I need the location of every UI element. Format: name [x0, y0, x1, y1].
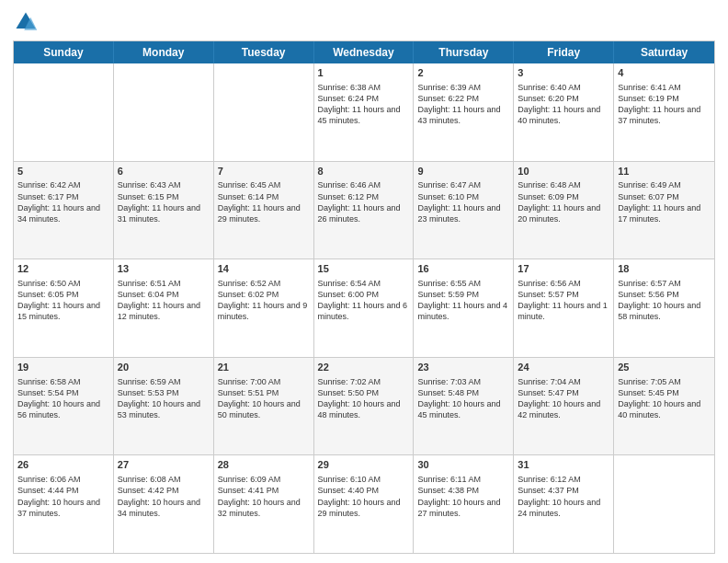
day-number: 5: [17, 165, 109, 178]
calendar-cell: 3Sunrise: 6:40 AM Sunset: 6:20 PM Daylig…: [514, 63, 614, 161]
day-number: 15: [318, 262, 410, 276]
calendar-cell: 8Sunrise: 6:46 AM Sunset: 6:12 PM Daylig…: [314, 162, 415, 259]
day-number: 25: [618, 361, 711, 374]
day-number: 26: [17, 458, 109, 472]
calendar-cell: 27Sunrise: 6:08 AM Sunset: 4:42 PM Dayli…: [114, 455, 214, 553]
calendar-cell: 16Sunrise: 6:55 AM Sunset: 5:59 PM Dayli…: [414, 259, 514, 357]
calendar-cell: 14Sunrise: 6:52 AM Sunset: 6:02 PM Dayli…: [214, 259, 314, 357]
day-info: Sunrise: 6:50 AM Sunset: 6:05 PM Dayligh…: [17, 278, 109, 323]
day-info: Sunrise: 6:43 AM Sunset: 6:15 PM Dayligh…: [118, 179, 210, 224]
day-info: Sunrise: 6:12 AM Sunset: 4:37 PM Dayligh…: [518, 474, 609, 519]
day-number: 16: [417, 262, 509, 276]
day-info: Sunrise: 6:49 AM Sunset: 6:07 PM Dayligh…: [618, 179, 711, 224]
calendar-cell: 7Sunrise: 6:45 AM Sunset: 6:14 PM Daylig…: [214, 162, 314, 259]
calendar-cell: 26Sunrise: 6:06 AM Sunset: 4:44 PM Dayli…: [14, 455, 114, 553]
calendar-cell: 5Sunrise: 6:42 AM Sunset: 6:17 PM Daylig…: [14, 162, 114, 259]
header-day-monday: Monday: [114, 41, 214, 63]
calendar-cell: 30Sunrise: 6:11 AM Sunset: 4:38 PM Dayli…: [414, 455, 514, 553]
calendar-cell: 13Sunrise: 6:51 AM Sunset: 6:04 PM Dayli…: [114, 259, 214, 357]
calendar-row: 1Sunrise: 6:38 AM Sunset: 6:24 PM Daylig…: [14, 63, 714, 161]
day-info: Sunrise: 6:40 AM Sunset: 6:20 PM Dayligh…: [518, 82, 609, 127]
day-info: Sunrise: 6:38 AM Sunset: 6:24 PM Dayligh…: [318, 82, 410, 127]
day-info: Sunrise: 6:47 AM Sunset: 6:10 PM Dayligh…: [417, 179, 509, 224]
day-number: 13: [118, 262, 210, 276]
header-day-thursday: Thursday: [414, 41, 514, 63]
day-number: 14: [218, 262, 310, 276]
day-info: Sunrise: 7:02 AM Sunset: 5:50 PM Dayligh…: [318, 376, 410, 421]
header-day-friday: Friday: [514, 41, 614, 63]
day-number: 1: [318, 66, 410, 80]
day-number: 24: [518, 361, 609, 374]
calendar-cell: 24Sunrise: 7:04 AM Sunset: 5:47 PM Dayli…: [514, 358, 614, 455]
day-number: 22: [318, 361, 410, 374]
page: SundayMondayTuesdayWednesdayThursdayFrid…: [0, 0, 728, 563]
calendar-cell: 15Sunrise: 6:54 AM Sunset: 6:00 PM Dayli…: [314, 259, 415, 357]
calendar-cell: 11Sunrise: 6:49 AM Sunset: 6:07 PM Dayli…: [614, 162, 714, 259]
day-number: 4: [618, 66, 711, 80]
day-number: 3: [518, 66, 609, 80]
day-number: 27: [118, 458, 210, 472]
day-info: Sunrise: 6:58 AM Sunset: 5:54 PM Dayligh…: [17, 376, 109, 421]
day-info: Sunrise: 7:05 AM Sunset: 5:45 PM Dayligh…: [618, 376, 711, 421]
calendar-cell: 2Sunrise: 6:39 AM Sunset: 6:22 PM Daylig…: [414, 63, 514, 161]
day-info: Sunrise: 6:55 AM Sunset: 5:59 PM Dayligh…: [417, 278, 509, 323]
calendar-body: 1Sunrise: 6:38 AM Sunset: 6:24 PM Daylig…: [14, 63, 714, 553]
day-info: Sunrise: 6:56 AM Sunset: 5:57 PM Dayligh…: [518, 278, 609, 323]
day-info: Sunrise: 6:41 AM Sunset: 6:19 PM Dayligh…: [618, 82, 711, 127]
header: [13, 9, 715, 35]
day-number: 7: [218, 165, 310, 178]
calendar-cell: [114, 63, 214, 161]
day-info: Sunrise: 6:51 AM Sunset: 6:04 PM Dayligh…: [118, 278, 210, 323]
calendar-cell: 9Sunrise: 6:47 AM Sunset: 6:10 PM Daylig…: [414, 162, 514, 259]
calendar-cell: 12Sunrise: 6:50 AM Sunset: 6:05 PM Dayli…: [14, 259, 114, 357]
day-info: Sunrise: 6:46 AM Sunset: 6:12 PM Dayligh…: [318, 179, 410, 224]
day-number: 12: [17, 262, 109, 276]
day-number: 11: [618, 165, 711, 178]
day-info: Sunrise: 7:04 AM Sunset: 5:47 PM Dayligh…: [518, 376, 609, 421]
day-info: Sunrise: 6:39 AM Sunset: 6:22 PM Dayligh…: [417, 82, 509, 127]
day-info: Sunrise: 6:09 AM Sunset: 4:41 PM Dayligh…: [218, 474, 310, 519]
calendar-cell: 1Sunrise: 6:38 AM Sunset: 6:24 PM Daylig…: [314, 63, 415, 161]
calendar-row: 19Sunrise: 6:58 AM Sunset: 5:54 PM Dayli…: [14, 357, 714, 455]
calendar-cell: 19Sunrise: 6:58 AM Sunset: 5:54 PM Dayli…: [14, 358, 114, 455]
header-day-sunday: Sunday: [14, 41, 114, 63]
calendar-cell: 18Sunrise: 6:57 AM Sunset: 5:56 PM Dayli…: [614, 259, 714, 357]
day-number: 30: [417, 458, 509, 472]
day-info: Sunrise: 6:42 AM Sunset: 6:17 PM Dayligh…: [17, 179, 109, 224]
calendar-cell: 29Sunrise: 6:10 AM Sunset: 4:40 PM Dayli…: [314, 455, 415, 553]
calendar-row: 26Sunrise: 6:06 AM Sunset: 4:44 PM Dayli…: [14, 454, 714, 553]
calendar-cell: [214, 63, 314, 161]
day-info: Sunrise: 6:57 AM Sunset: 5:56 PM Dayligh…: [618, 278, 711, 323]
header-day-saturday: Saturday: [614, 41, 714, 63]
day-number: 8: [318, 165, 410, 178]
day-info: Sunrise: 6:45 AM Sunset: 6:14 PM Dayligh…: [218, 179, 310, 224]
day-info: Sunrise: 6:10 AM Sunset: 4:40 PM Dayligh…: [318, 474, 410, 519]
header-day-tuesday: Tuesday: [214, 41, 314, 63]
calendar-cell: 28Sunrise: 6:09 AM Sunset: 4:41 PM Dayli…: [214, 455, 314, 553]
calendar-row: 12Sunrise: 6:50 AM Sunset: 6:05 PM Dayli…: [14, 259, 714, 357]
calendar-cell: 20Sunrise: 6:59 AM Sunset: 5:53 PM Dayli…: [114, 358, 214, 455]
day-info: Sunrise: 6:54 AM Sunset: 6:00 PM Dayligh…: [318, 278, 410, 323]
day-number: 9: [417, 165, 509, 178]
day-info: Sunrise: 6:08 AM Sunset: 4:42 PM Dayligh…: [118, 474, 210, 519]
day-number: 10: [518, 165, 609, 178]
day-number: 19: [17, 361, 109, 374]
logo-icon: [13, 9, 39, 35]
day-number: 29: [318, 458, 410, 472]
calendar-cell: 4Sunrise: 6:41 AM Sunset: 6:19 PM Daylig…: [614, 63, 714, 161]
day-info: Sunrise: 7:03 AM Sunset: 5:48 PM Dayligh…: [417, 376, 509, 421]
calendar-cell: 22Sunrise: 7:02 AM Sunset: 5:50 PM Dayli…: [314, 358, 415, 455]
day-number: 21: [218, 361, 310, 374]
day-number: 6: [118, 165, 210, 178]
day-number: 23: [417, 361, 509, 374]
day-number: 18: [618, 262, 711, 276]
day-info: Sunrise: 6:11 AM Sunset: 4:38 PM Dayligh…: [417, 474, 509, 519]
calendar-cell: 23Sunrise: 7:03 AM Sunset: 5:48 PM Dayli…: [414, 358, 514, 455]
calendar-cell: 25Sunrise: 7:05 AM Sunset: 5:45 PM Dayli…: [614, 358, 714, 455]
calendar-cell: 17Sunrise: 6:56 AM Sunset: 5:57 PM Dayli…: [514, 259, 614, 357]
day-info: Sunrise: 7:00 AM Sunset: 5:51 PM Dayligh…: [218, 376, 310, 421]
calendar-cell: [14, 63, 114, 161]
day-number: 2: [417, 66, 509, 80]
calendar-row: 5Sunrise: 6:42 AM Sunset: 6:17 PM Daylig…: [14, 161, 714, 259]
day-info: Sunrise: 6:06 AM Sunset: 4:44 PM Dayligh…: [17, 474, 109, 519]
